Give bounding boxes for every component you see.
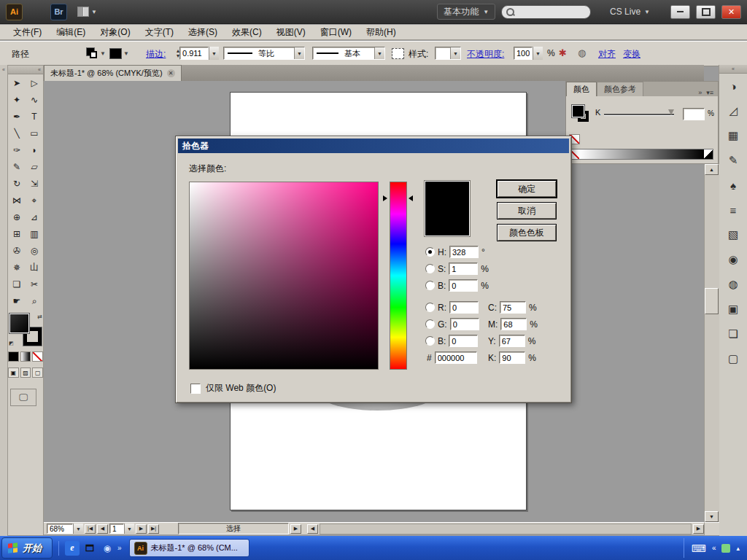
scale-tool[interactable]: ⇲ xyxy=(26,175,43,192)
gradient-tool[interactable]: ▥ xyxy=(26,225,43,242)
fill-stroke-indicator[interactable]: ▼ xyxy=(86,47,106,59)
screen-mode-button[interactable]: 🖵 xyxy=(10,389,36,406)
k-value-input[interactable] xyxy=(683,108,705,120)
hue-arrow-left-icon[interactable] xyxy=(383,195,387,201)
chevron-down-icon[interactable]: ▼ xyxy=(209,47,219,60)
grayscale-ramp[interactable] xyxy=(569,149,713,160)
pen-tool[interactable]: ✒ xyxy=(8,108,26,125)
artboard-dropdown[interactable]: ▼ xyxy=(109,522,134,535)
swatches-panel-icon[interactable]: ▦ xyxy=(719,123,747,148)
hue-slider[interactable] xyxy=(390,182,407,370)
width-profile-dropdown[interactable]: 等比 ▼ xyxy=(223,47,305,60)
eyedropper-tool[interactable]: ✇ xyxy=(8,242,26,259)
paintbrush-tool[interactable]: ✑ xyxy=(8,141,26,158)
color-swatches-button[interactable]: 颜色色板 xyxy=(497,224,557,241)
next-artboard-button[interactable]: ▶ xyxy=(136,524,147,534)
chevron-down-icon[interactable]: ▼ xyxy=(124,524,134,534)
mesh-tool[interactable]: ⊞ xyxy=(8,225,26,242)
r-input[interactable] xyxy=(449,301,479,314)
blob-brush-tool[interactable]: ◗ xyxy=(26,141,43,158)
brush-definition-dropdown[interactable]: 基本 ▼ xyxy=(312,47,385,60)
menu-object[interactable]: 对象(O) xyxy=(93,25,137,40)
transform-link[interactable]: 变换 xyxy=(623,48,640,61)
s-input[interactable] xyxy=(449,262,478,275)
keyboard-layout-icon[interactable]: ⌨ xyxy=(692,542,706,554)
isolate-selection-icon[interactable] xyxy=(392,48,404,59)
start-button[interactable]: 开始 xyxy=(1,537,53,559)
show-desktop-icon[interactable]: 🗔 xyxy=(82,541,97,556)
lasso-tool[interactable]: ∿ xyxy=(26,91,43,108)
selection-tool[interactable]: ➤ xyxy=(8,74,26,91)
y-input[interactable] xyxy=(499,335,525,347)
arrange-documents-icon[interactable]: ▼ xyxy=(77,7,97,17)
document-tab[interactable]: 未标题-1* @ 68% (CMYK/预览) ✕ xyxy=(44,65,182,81)
close-button[interactable]: ✕ xyxy=(721,5,741,19)
workspace-switcher-button[interactable]: 基本功能 ▼ xyxy=(437,4,495,20)
symbols-panel-icon[interactable]: ♠ xyxy=(719,173,747,198)
brushes-panel-icon[interactable]: ✎ xyxy=(719,148,747,173)
ok-button[interactable]: 确定 xyxy=(497,180,557,198)
menu-file[interactable]: 文件(F) xyxy=(6,25,49,40)
symbol-sprayer-tool[interactable]: ✵ xyxy=(8,259,26,276)
preferences-gear-icon[interactable]: ◍ xyxy=(578,47,586,58)
status-menu-icon[interactable]: ▶ xyxy=(290,524,301,534)
width-tool[interactable]: ⋈ xyxy=(8,192,26,209)
web-colors-checkbox[interactable] xyxy=(190,384,201,394)
k-input[interactable] xyxy=(499,351,525,364)
appearance-panel-icon[interactable]: ◍ xyxy=(719,272,747,297)
zoom-dropdown[interactable]: ▼ xyxy=(47,522,83,535)
hscroll-right-icon[interactable]: ▶ xyxy=(693,524,704,534)
cancel-button[interactable]: 取消 xyxy=(497,202,557,219)
menu-view[interactable]: 视图(V) xyxy=(269,25,313,40)
panel-fill-swatch[interactable] xyxy=(572,105,584,117)
opacity-input[interactable] xyxy=(514,47,533,60)
menu-window[interactable]: 窗口(W) xyxy=(313,25,359,40)
none-mode-button[interactable] xyxy=(32,351,43,362)
stroke-link[interactable]: 描边: xyxy=(146,48,166,61)
tray-collapse-icon[interactable]: « xyxy=(712,544,716,552)
r-radio[interactable] xyxy=(425,303,435,312)
fill-stroke-swatches[interactable]: ⇄ ◩ xyxy=(9,314,42,346)
color-mode-button[interactable] xyxy=(8,351,19,362)
opacity-link[interactable]: 不透明度: xyxy=(467,48,504,61)
minimize-button[interactable] xyxy=(670,5,690,19)
ramp-black-white-swatch[interactable] xyxy=(704,149,713,159)
c-input[interactable] xyxy=(500,301,526,314)
style-dropdown[interactable]: ▼ xyxy=(435,47,461,60)
dock-expand-icon[interactable]: « xyxy=(719,65,747,74)
zoom-input[interactable] xyxy=(47,524,73,534)
scroll-up-icon[interactable]: ▲ xyxy=(705,164,719,175)
menu-edit[interactable]: 编辑(E) xyxy=(49,25,93,40)
menu-type[interactable]: 文字(T) xyxy=(138,25,181,40)
hand-tool[interactable]: ☛ xyxy=(8,292,26,309)
tab-color[interactable]: 颜色 xyxy=(566,82,597,96)
cs-live-button[interactable]: CS Live ▼ xyxy=(597,7,650,17)
panel-menu-icon[interactable]: ▾≡ xyxy=(706,89,713,96)
align-link[interactable]: 对齐 xyxy=(598,48,616,61)
menu-help[interactable]: 帮助(H) xyxy=(359,25,403,40)
zoom-tool[interactable]: ⌕ xyxy=(26,292,43,309)
graphic-styles-panel-icon[interactable]: ▣ xyxy=(719,297,747,322)
tray-status-icon[interactable] xyxy=(721,544,730,553)
h-radio[interactable] xyxy=(425,247,435,257)
vertical-scrollbar[interactable]: ▲ ▼ xyxy=(704,164,719,522)
artboard-number-input[interactable] xyxy=(109,524,124,534)
direct-selection-tool[interactable]: ▷ xyxy=(26,74,43,91)
layers-panel-icon[interactable]: ❏ xyxy=(719,322,747,346)
ramp-gradient[interactable] xyxy=(579,149,704,159)
menu-effect[interactable]: 效果(C) xyxy=(225,25,269,40)
internet-explorer-icon[interactable]: e xyxy=(65,541,80,556)
pencil-tool[interactable]: ✎ xyxy=(8,158,26,175)
k-slider-track[interactable] xyxy=(604,114,674,115)
draw-inside-button[interactable]: ▢ xyxy=(32,368,43,378)
vertical-scroll-thumb[interactable] xyxy=(705,288,719,314)
opacity-field[interactable]: ▼ xyxy=(514,47,543,60)
tray-up-icon[interactable]: ▴ xyxy=(736,545,740,552)
tab-color-guide[interactable]: 颜色参考 xyxy=(597,82,643,96)
quick-launch-overflow-icon[interactable]: » xyxy=(117,544,122,552)
column-graph-tool[interactable]: 山 xyxy=(26,259,43,276)
perspective-grid-tool[interactable]: ⊿ xyxy=(26,209,43,225)
s-radio[interactable] xyxy=(425,264,435,273)
first-artboard-button[interactable]: |◀ xyxy=(85,524,96,534)
media-player-icon[interactable]: ◉ xyxy=(100,541,115,556)
